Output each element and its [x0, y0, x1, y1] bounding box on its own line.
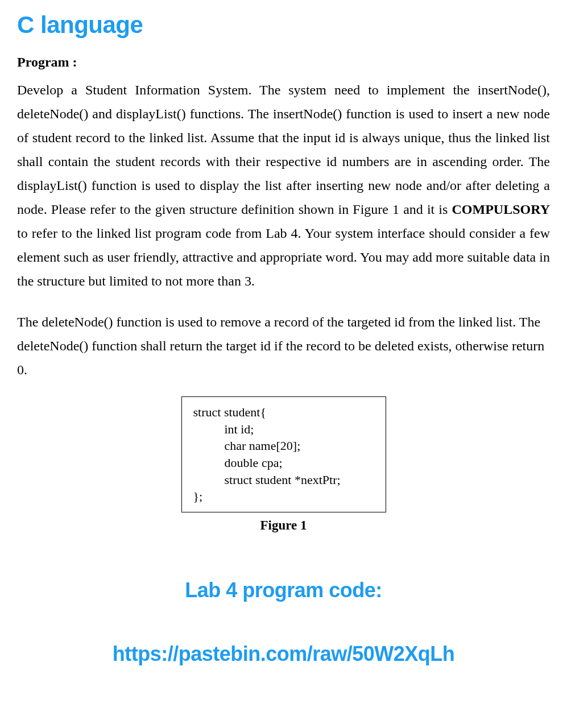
para1-bold: COMPULSORY	[452, 202, 551, 217]
figure-caption: Figure 1	[17, 518, 550, 533]
lab-section-title: Lab 4 program code:	[17, 578, 550, 602]
para1-text-2: to refer to the linked list program code…	[17, 226, 550, 288]
code-line-5: struct student *nextPtr;	[193, 471, 374, 489]
code-line-1: struct student{	[193, 404, 374, 421]
paragraph-2: The deleteNode() function is used to rem…	[17, 310, 550, 382]
url-link[interactable]: https://pastebin.com/raw/50W2XqLh	[17, 642, 550, 666]
paragraph-1: Develop a Student Information System. Th…	[17, 78, 550, 293]
code-container: struct student{ int id; char name[20]; d…	[17, 396, 550, 512]
code-line-2: int id;	[193, 421, 374, 438]
code-line-3: char name[20];	[193, 437, 374, 454]
program-label: Program :	[17, 55, 550, 70]
code-line-6: };	[193, 488, 374, 505]
para1-text-1: Develop a Student Information System. Th…	[17, 82, 550, 217]
document-title: C language	[17, 11, 550, 39]
code-line-4: double cpa;	[193, 454, 374, 471]
code-box: struct student{ int id; char name[20]; d…	[181, 396, 386, 512]
